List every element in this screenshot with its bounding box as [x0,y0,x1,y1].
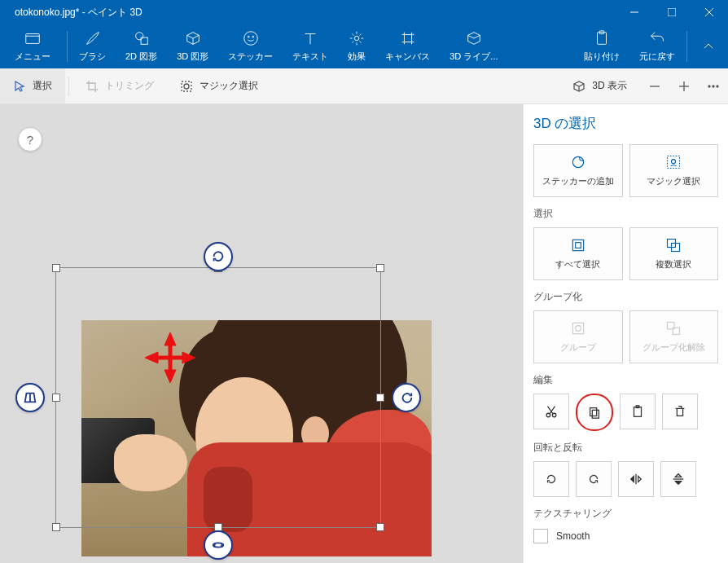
brush-icon [84,29,102,47]
section-group-label: グループ化 [533,290,718,304]
panel-magic-select-label: マジック選択 [647,175,700,187]
more-button[interactable] [699,80,728,93]
section-rotate-label: 回転と反転 [533,441,718,455]
flip-horizontal-button[interactable] [618,461,654,497]
svg-rect-28 [575,243,581,249]
canvas-area[interactable]: ? [0,104,523,563]
2d-shapes-label: 2D 図形 [125,51,157,63]
svg-rect-39 [634,407,642,417]
3d-library-button[interactable]: 3D ライブ... [440,24,507,68]
zoom-in-button[interactable] [669,80,699,93]
help-icon: ? [27,133,33,147]
close-button[interactable] [691,0,728,24]
separator [67,31,68,62]
canvas-label: キャンバス [385,51,430,63]
effect-label: 効果 [348,51,366,63]
separator [68,77,69,96]
trash-icon [673,404,687,419]
resize-handle-nw[interactable] [52,264,60,272]
rotate-y-handle[interactable] [392,383,421,412]
flip-vertical-button[interactable] [660,461,696,497]
svg-rect-4 [26,33,40,43]
sticker-button[interactable]: ステッカー [218,24,283,68]
3d-view-tool[interactable]: 3D 表示 [559,68,640,103]
chevron-up-icon [702,40,715,53]
rotate-right-button[interactable] [576,461,612,497]
app-window: otokonoko.jpg* - ペイント 3D メニュー ブラシ 2D 図形 … [0,0,728,563]
library-3d-icon [465,29,483,47]
svg-point-24 [572,156,583,167]
select-all-button[interactable]: すべて選択 [533,227,623,280]
text-button[interactable]: テキスト [283,24,338,68]
minimize-button[interactable] [616,0,653,24]
paste-button[interactable]: 貼り付け [574,24,629,68]
view-3d-icon [572,80,585,93]
resize-handle-e[interactable] [376,394,384,402]
select-label: 選択 [33,79,52,93]
resize-handle-w[interactable] [52,394,60,402]
paste-icon [593,29,611,47]
rotate-right-icon [586,472,601,486]
ribbon-spacer [508,24,574,68]
minus-icon [648,80,661,93]
svg-rect-25 [668,156,680,169]
panel-magic-select-button[interactable]: マジック選択 [629,144,719,197]
cut-icon [544,404,559,419]
add-sticker-label: ステッカーの追加 [542,175,614,187]
panel-paste-button[interactable] [620,394,656,429]
copy-button[interactable] [576,394,613,431]
crop-icon [86,80,99,93]
selection-box[interactable] [55,267,381,528]
section-texturing-label: テクスチャリング [533,507,718,521]
cut-button[interactable] [533,394,569,429]
effect-button[interactable]: 効果 [338,24,375,68]
undo-button[interactable]: 元に戻す [629,24,685,68]
magic-select-icon [180,80,193,93]
ungroup-icon [665,320,682,336]
svg-point-36 [552,413,556,417]
svg-point-20 [713,86,714,87]
rotate-icon [211,249,226,264]
text-label: テキスト [292,51,328,63]
crop-tool[interactable]: トリミング [72,68,167,103]
properties-panel: 3D の選択 ステッカーの追加 マジック選択 選択 すべて選択 [523,104,728,563]
magic-select-tool[interactable]: マジック選択 [167,68,271,103]
resize-handle-ne[interactable] [376,264,384,272]
zoom-out-button[interactable] [640,80,669,93]
panel-row-top: ステッカーの追加 マジック選択 [533,144,718,197]
smooth-row: Smooth [533,529,718,543]
menu-label: メニュー [15,51,50,63]
add-sticker-button[interactable]: ステッカーの追加 [533,144,623,197]
magic-select-panel-icon [665,154,682,170]
smooth-label: Smooth [556,530,590,542]
svg-rect-37 [590,408,597,416]
3d-shapes-button[interactable]: 3D 図形 [167,24,218,68]
resize-handle-sw[interactable] [52,523,60,531]
svg-point-32 [575,326,581,332]
brush-button[interactable]: ブラシ [69,24,116,68]
main-area: ? [0,104,728,563]
multi-select-button[interactable]: 複数選択 [629,227,719,280]
resize-handle-se[interactable] [376,523,384,531]
delete-button[interactable] [662,394,698,429]
window-controls [616,0,728,24]
rotate-x-handle[interactable] [15,383,45,412]
maximize-button[interactable] [653,0,691,24]
ungroup-label: グループ化解除 [642,341,705,354]
menu-button[interactable]: メニュー [0,24,65,68]
canvas-button[interactable]: キャンバス [375,24,440,68]
select-tool[interactable]: 選択 [0,68,65,103]
collapse-ribbon-button[interactable] [689,24,728,68]
help-button[interactable]: ? [18,127,42,152]
rotate-free-handle[interactable] [204,530,233,560]
smooth-checkbox[interactable] [533,529,548,543]
orbit-icon [211,538,226,552]
rotate-z-handle[interactable] [204,242,233,271]
multi-select-icon [665,237,682,253]
select-all-icon [570,237,586,253]
panel-row-group: グループ グループ化解除 [533,310,718,363]
2d-shapes-button[interactable]: 2D 図形 [116,24,167,68]
sticker-add-icon [570,154,586,170]
canvas-icon [399,29,417,47]
rotate-left-button[interactable] [533,461,569,497]
